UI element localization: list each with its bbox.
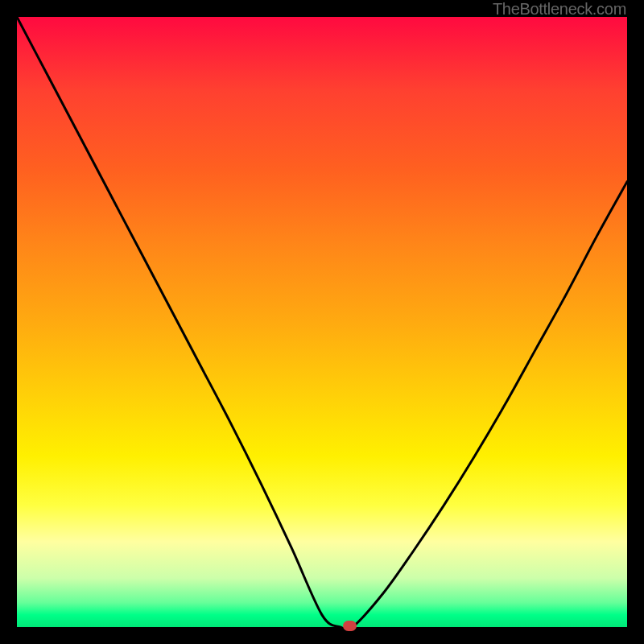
watermark-text: TheBottleneck.com [493,0,626,19]
minimum-marker [343,621,357,631]
bottleneck-curve [17,17,627,627]
